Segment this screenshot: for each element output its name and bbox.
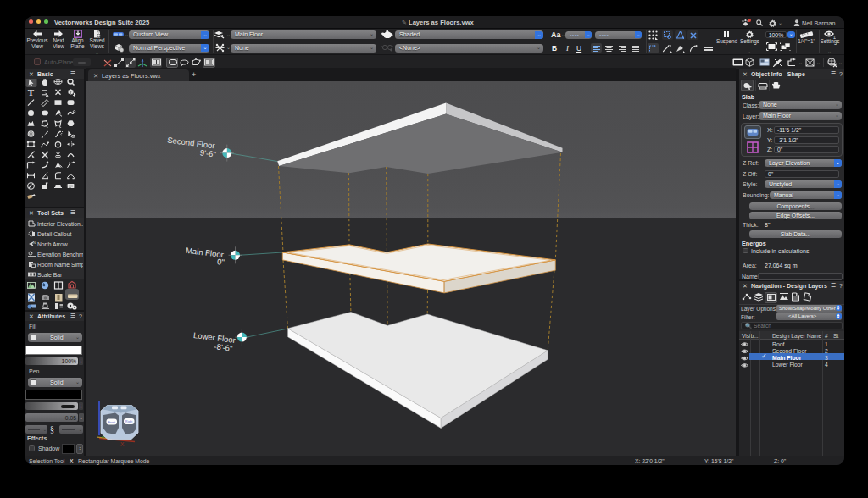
svg-text:X: X bbox=[120, 441, 125, 447]
svg-text:Right: Right bbox=[125, 420, 132, 423]
svg-text:N: N bbox=[33, 241, 36, 245]
svg-text:9'-6": 9'-6" bbox=[199, 147, 216, 158]
svg-text:T: T bbox=[28, 87, 35, 97]
svg-text:0": 0" bbox=[216, 257, 225, 267]
svg-text:Front: Front bbox=[108, 421, 115, 424]
